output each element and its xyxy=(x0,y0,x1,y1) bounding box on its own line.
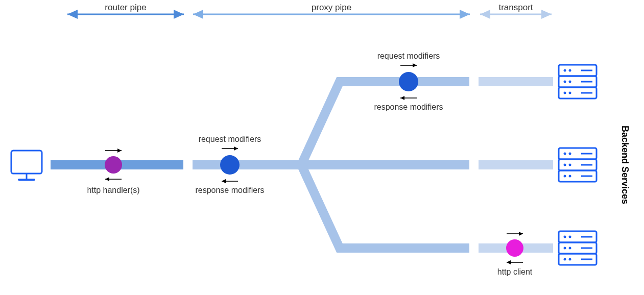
svg-marker-22 xyxy=(519,232,523,236)
svg-point-43 xyxy=(564,153,566,155)
svg-point-47 xyxy=(564,175,566,178)
label-request-modifiers-1: request modifiers xyxy=(199,135,261,143)
svg-point-32 xyxy=(569,69,571,72)
svg-marker-18 xyxy=(413,63,417,67)
section-label-router: router pipe xyxy=(105,3,146,12)
node-branch-top-modifiers xyxy=(399,72,418,91)
client-icon xyxy=(11,151,42,180)
svg-marker-12 xyxy=(105,177,109,181)
section-proxy-pipe: proxy pipe xyxy=(193,3,470,19)
svg-marker-4 xyxy=(193,10,203,19)
server-icon-top xyxy=(559,65,597,99)
svg-point-60 xyxy=(569,258,571,261)
svg-marker-14 xyxy=(234,146,238,151)
pipe-proxy-branch-bottom xyxy=(301,165,469,248)
label-http-client: http client xyxy=(497,267,533,276)
section-label-proxy: proxy pipe xyxy=(312,3,351,12)
svg-point-58 xyxy=(569,247,571,250)
svg-marker-7 xyxy=(480,10,490,19)
diagram-root: router pipe proxy pipe transport xyxy=(0,0,644,295)
svg-point-55 xyxy=(564,236,566,238)
label-response-modifiers-2: response modifiers xyxy=(374,103,443,111)
node-proxy-modifiers xyxy=(220,155,240,175)
svg-point-46 xyxy=(569,164,571,166)
backend-services-label: Backend Services xyxy=(620,126,630,204)
svg-point-59 xyxy=(564,258,566,261)
node-http-client xyxy=(506,239,523,257)
svg-point-45 xyxy=(564,164,566,166)
svg-point-35 xyxy=(564,92,566,94)
svg-marker-16 xyxy=(222,179,226,183)
svg-point-48 xyxy=(569,175,571,178)
svg-marker-2 xyxy=(174,10,184,19)
server-icon-bottom xyxy=(559,231,597,265)
svg-marker-20 xyxy=(400,96,404,100)
label-http-handlers: http handler(s) xyxy=(87,186,139,194)
svg-point-57 xyxy=(564,247,566,250)
svg-point-36 xyxy=(569,92,571,94)
svg-marker-5 xyxy=(460,10,470,19)
svg-point-44 xyxy=(569,153,571,155)
svg-point-31 xyxy=(564,69,566,72)
section-router-pipe: router pipe xyxy=(67,3,184,19)
label-response-modifiers-1: response modifiers xyxy=(195,186,264,194)
node-http-handlers xyxy=(105,156,122,174)
svg-marker-1 xyxy=(67,10,78,19)
svg-rect-25 xyxy=(11,151,42,174)
pipe-proxy-branch-top xyxy=(301,82,469,165)
svg-marker-8 xyxy=(541,10,552,19)
server-icon-mid xyxy=(559,148,597,182)
svg-point-56 xyxy=(569,236,571,238)
svg-marker-10 xyxy=(117,149,122,153)
section-label-transport: transport xyxy=(498,3,533,12)
svg-marker-24 xyxy=(507,260,511,264)
section-transport: transport xyxy=(480,3,552,19)
label-request-modifiers-2: request modifiers xyxy=(377,52,440,60)
svg-point-33 xyxy=(564,81,566,83)
svg-point-34 xyxy=(569,81,571,83)
